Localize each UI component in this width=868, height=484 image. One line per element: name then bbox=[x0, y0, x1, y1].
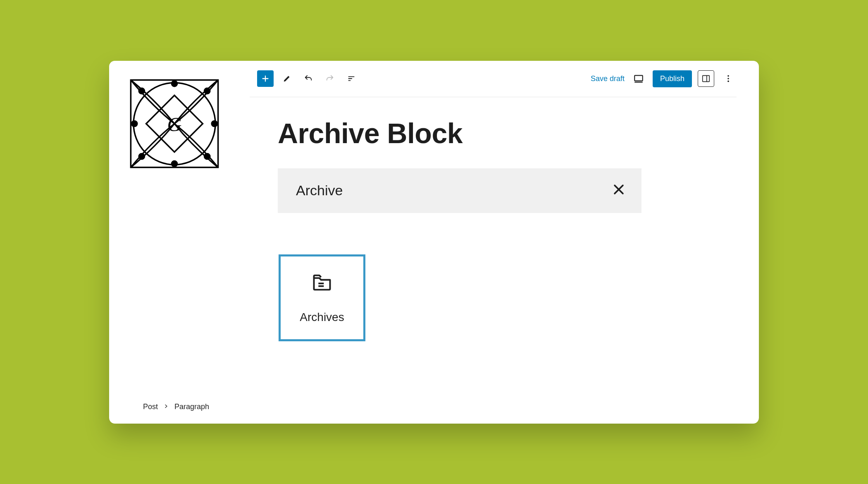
block-result-label: Archives bbox=[300, 311, 344, 324]
kebab-icon bbox=[724, 74, 733, 83]
svg-point-21 bbox=[727, 81, 729, 82]
svg-text:G: G bbox=[167, 113, 182, 135]
pencil-icon bbox=[282, 74, 291, 83]
more-options-button[interactable] bbox=[720, 70, 737, 87]
close-icon bbox=[612, 182, 626, 196]
block-search-field[interactable]: Archive bbox=[278, 168, 641, 213]
left-column: G bbox=[109, 61, 250, 424]
svg-rect-15 bbox=[634, 75, 643, 81]
breadcrumb-current[interactable]: Paragraph bbox=[174, 403, 209, 411]
svg-point-20 bbox=[727, 78, 729, 79]
site-logo: G bbox=[129, 78, 220, 169]
editor-toolbar: Save draft Publish bbox=[250, 61, 737, 97]
desktop-icon bbox=[633, 73, 644, 84]
svg-point-3 bbox=[172, 81, 177, 86]
undo-icon bbox=[304, 74, 313, 83]
svg-point-6 bbox=[212, 121, 217, 126]
list-view-icon bbox=[347, 74, 356, 83]
main-column: Save draft Publish Archive Block Archive bbox=[250, 61, 759, 424]
svg-rect-17 bbox=[703, 76, 710, 82]
svg-point-19 bbox=[727, 75, 729, 77]
breadcrumb: Post Paragraph bbox=[143, 403, 209, 411]
page-title[interactable]: Archive Block bbox=[278, 117, 737, 149]
clear-search-button[interactable] bbox=[612, 182, 626, 199]
undo-button[interactable] bbox=[300, 70, 317, 87]
editor-window: G bbox=[109, 61, 759, 424]
sidebar-icon bbox=[701, 74, 711, 83]
svg-point-9 bbox=[139, 153, 144, 159]
archives-folder-icon bbox=[311, 272, 333, 293]
settings-sidebar-toggle[interactable] bbox=[698, 70, 714, 87]
plus-icon bbox=[261, 74, 270, 83]
toolbar-left-group bbox=[257, 70, 360, 87]
redo-icon bbox=[325, 74, 334, 83]
preview-button[interactable] bbox=[630, 70, 647, 87]
save-draft-button[interactable]: Save draft bbox=[591, 74, 625, 83]
redo-button[interactable] bbox=[322, 70, 338, 87]
chevron-right-icon bbox=[164, 403, 169, 410]
svg-point-8 bbox=[205, 88, 210, 93]
svg-point-5 bbox=[132, 121, 137, 126]
edit-mode-button[interactable] bbox=[279, 70, 295, 87]
breadcrumb-root[interactable]: Post bbox=[143, 403, 158, 411]
toolbar-right-group: Save draft Publish bbox=[591, 70, 737, 87]
svg-point-4 bbox=[172, 161, 177, 166]
block-result-archives[interactable]: Archives bbox=[279, 254, 365, 341]
publish-button[interactable]: Publish bbox=[653, 70, 692, 87]
svg-point-7 bbox=[139, 88, 144, 93]
document-overview-button[interactable] bbox=[343, 70, 360, 87]
search-input-text: Archive bbox=[296, 182, 612, 199]
svg-point-10 bbox=[205, 153, 210, 159]
add-block-button[interactable] bbox=[257, 70, 274, 87]
